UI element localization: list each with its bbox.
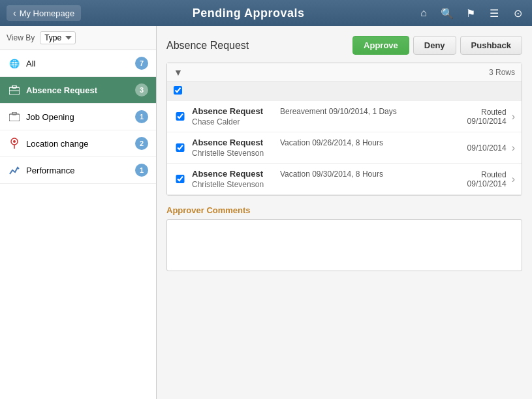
header: ‹ My Homepage Pending Approvals ⌂ 🔍 ⚑ ☰ … (0, 0, 532, 26)
search-icon[interactable]: 🔍 (439, 5, 455, 21)
rows-count: 3 Rows (189, 68, 515, 77)
row-content-3: Absence Request Vacation 09/30/2014, 8 H… (192, 169, 448, 189)
sidebar-item-performance[interactable]: Performance 1 (0, 157, 156, 184)
chart-icon (8, 164, 21, 177)
content-header: Absence Request Approve Deny Pushback (166, 36, 522, 55)
row-type-3: Absence Request (192, 169, 270, 179)
sidebar-item-absence-label: Absence Request (26, 85, 135, 95)
row-chevron-1: › (512, 111, 515, 123)
row-status-1: Routed (481, 108, 507, 117)
requests-table: ▼ 3 Rows Absence Request Bereavement 09/… (166, 63, 522, 196)
row-status-section-2: 09/10/2014 (448, 143, 507, 153)
row-detail-2: Vacation 09/26/2014, 8 Hours (280, 138, 448, 147)
action-buttons: Approve Deny Pushback (352, 36, 522, 55)
row-status-section-3: Routed 09/10/2014 (448, 170, 507, 188)
row-type-1: Absence Request (192, 106, 270, 116)
approve-button[interactable]: Approve (352, 36, 409, 55)
row-content-1: Absence Request Bereavement 09/10/2014, … (192, 106, 448, 126)
header-icons: ⌂ 🔍 ⚑ ☰ ⊙ (416, 5, 525, 21)
sidebar-item-absence-request[interactable]: Absence Request 3 (0, 77, 156, 104)
row-submitter-3: Christelle Stevenson (192, 180, 448, 189)
sidebar-item-performance-count: 1 (135, 164, 148, 177)
select-all-checkbox[interactable] (174, 86, 182, 95)
row-main-2: Absence Request Vacation 09/26/2014, 8 H… (192, 138, 448, 147)
row-checkbox-2[interactable] (174, 143, 187, 152)
pin-icon (8, 137, 21, 150)
row-chevron-2: › (512, 142, 515, 154)
row-checkbox-3[interactable] (174, 175, 187, 183)
select-all-row[interactable] (167, 82, 522, 101)
svg-point-6 (13, 140, 16, 143)
page-title: Pending Approvals (81, 7, 416, 20)
main-container: View By Type 🌐 All 7 Absence Request 3 (0, 26, 532, 399)
deny-button[interactable]: Deny (413, 36, 456, 55)
back-arrow-icon: ‹ (13, 8, 16, 18)
row-date-1: 09/10/2014 (467, 117, 507, 126)
content-section-title: Absence Request (166, 40, 352, 52)
filter-icon[interactable]: ▼ (174, 67, 183, 78)
sidebar-item-job-opening[interactable]: Job Opening 1 (0, 104, 156, 130)
home-icon[interactable]: ⌂ (416, 5, 431, 21)
pushback-button[interactable]: Pushback (460, 36, 522, 55)
row-date-2: 09/10/2014 (467, 143, 507, 153)
sidebar-item-location-label: Location change (26, 139, 135, 149)
menu-icon[interactable]: ☰ (486, 5, 502, 21)
sidebar-item-location-count: 2 (135, 137, 148, 150)
sidebar: View By Type 🌐 All 7 Absence Request 3 (0, 26, 157, 399)
row-status-section-1: Routed 09/10/2014 (448, 108, 507, 126)
row-main-3: Absence Request Vacation 09/30/2014, 8 H… (192, 169, 448, 179)
row-detail-3: Vacation 09/30/2014, 8 Hours (280, 170, 448, 179)
view-by-select[interactable]: Type (40, 31, 76, 44)
comments-textarea[interactable] (166, 219, 522, 271)
sidebar-item-absence-count: 3 (135, 83, 148, 96)
briefcase-icon (8, 83, 21, 96)
globe-icon: 🌐 (8, 57, 21, 70)
table-row[interactable]: Absence Request Bereavement 09/10/2014, … (167, 101, 522, 132)
row-detail-1: Bereavement 09/10/2014, 1 Days (280, 107, 448, 116)
user-icon[interactable]: ⊙ (510, 5, 525, 21)
sidebar-item-performance-label: Performance (26, 166, 135, 175)
back-label: My Homepage (20, 8, 75, 18)
view-by-label: View By (7, 33, 35, 42)
view-by-row: View By Type (0, 26, 156, 50)
row-content-2: Absence Request Vacation 09/26/2014, 8 H… (192, 138, 448, 158)
sidebar-item-job-label: Job Opening (26, 112, 135, 122)
row-submitter-2: Christelle Stevenson (192, 149, 448, 158)
job-icon (8, 110, 21, 123)
table-row[interactable]: Absence Request Vacation 09/26/2014, 8 H… (167, 132, 522, 164)
back-button[interactable]: ‹ My Homepage (7, 5, 81, 21)
approver-comments-section: Approver Comments (166, 205, 522, 273)
flag-icon[interactable]: ⚑ (463, 5, 478, 21)
content-area: Absence Request Approve Deny Pushback ▼ … (157, 26, 532, 399)
sidebar-item-all-count: 7 (135, 57, 148, 70)
row-status-3: Routed (481, 170, 507, 179)
table-toolbar: ▼ 3 Rows (167, 63, 522, 82)
svg-rect-1 (12, 85, 16, 88)
sidebar-item-all-label: All (26, 59, 135, 68)
sidebar-item-all[interactable]: 🌐 All 7 (0, 50, 156, 77)
row-main-1: Absence Request Bereavement 09/10/2014, … (192, 106, 448, 116)
comments-label: Approver Comments (166, 205, 522, 215)
row-submitter-1: Chase Calder (192, 117, 448, 126)
sidebar-item-job-count: 1 (135, 110, 148, 123)
row-date-3: 09/10/2014 (467, 179, 507, 188)
svg-rect-4 (12, 112, 16, 115)
row-chevron-3: › (512, 173, 515, 185)
sidebar-item-location-change[interactable]: Location change 2 (0, 130, 156, 157)
row-type-2: Absence Request (192, 138, 270, 147)
row-checkbox-1[interactable] (174, 112, 187, 121)
table-row[interactable]: Absence Request Vacation 09/30/2014, 8 H… (167, 164, 522, 195)
